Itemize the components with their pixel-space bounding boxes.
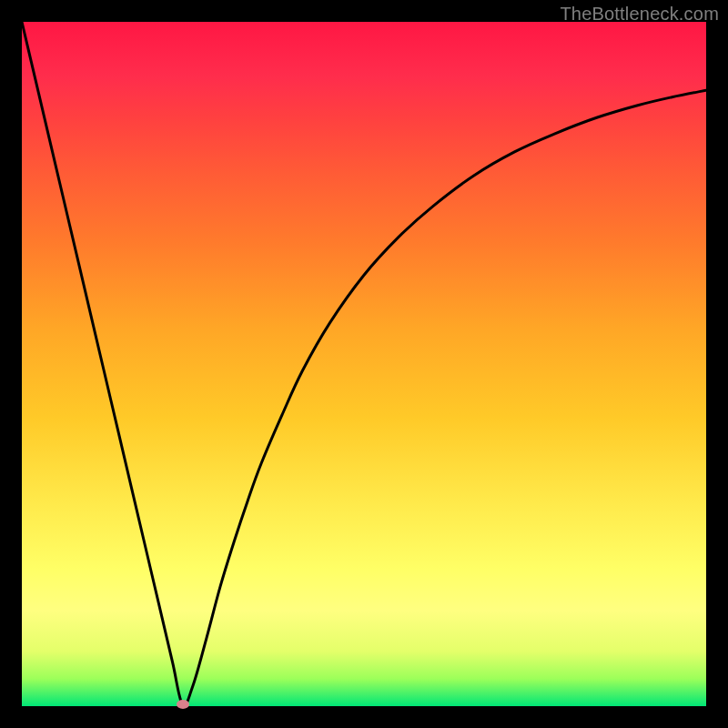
watermark-text: TheBottleneck.com (560, 4, 719, 25)
plot-area (22, 22, 706, 706)
minimum-marker (177, 700, 189, 709)
chart-container: TheBottleneck.com (0, 0, 728, 728)
bottleneck-curve (22, 22, 706, 706)
